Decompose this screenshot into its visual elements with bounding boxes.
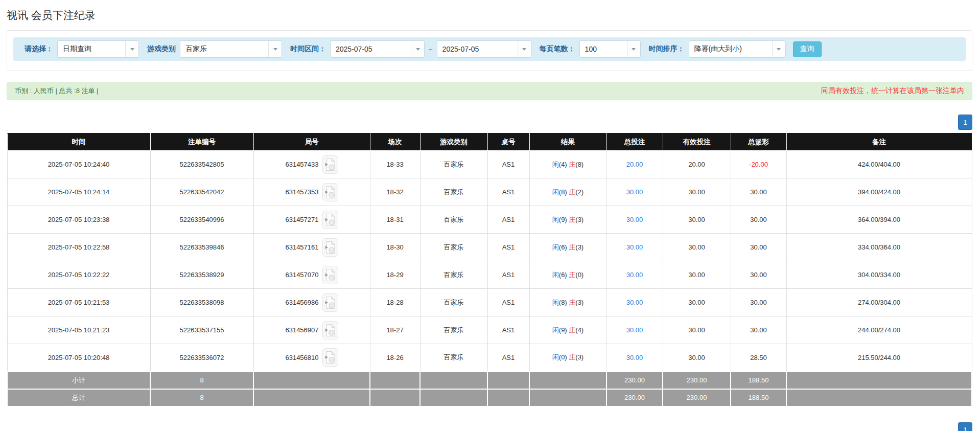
note-cell: 334.00/364.00	[786, 234, 972, 261]
table-row: 2025-07-05 10:24:40 522633542805 6314574…	[7, 151, 972, 178]
video-replay-button[interactable]	[322, 155, 338, 174]
video-replay-button[interactable]	[322, 348, 338, 367]
page-1-button[interactable]: 1	[958, 422, 972, 431]
video-replay-button[interactable]	[322, 293, 338, 312]
player-result-label: 闲	[552, 188, 559, 196]
page-1-button[interactable]: 1	[958, 115, 972, 130]
col-result: 结果	[529, 133, 606, 151]
table-row: 2025-07-05 10:20:48 522633536072 6314568…	[7, 344, 972, 372]
banker-result-value: (3)	[575, 216, 584, 223]
bet-id-cell: 522633539846	[150, 234, 253, 261]
note-cell: 304.00/334.00	[786, 261, 972, 289]
date-from-select[interactable]: 2025-07-05	[330, 40, 425, 58]
player-result-value: (0)	[559, 353, 567, 361]
game-type-cell: 百家乐	[420, 289, 487, 316]
currency-summary-text: 币别 : 人民币 | 总共 :8 注单 |	[15, 86, 99, 96]
total-bet-link[interactable]: 20.00	[626, 161, 643, 168]
total-bet-link[interactable]: 30.00	[626, 326, 643, 334]
time-cell: 2025-07-05 10:21:53	[7, 289, 150, 316]
page-size-select[interactable]: 100	[579, 40, 641, 58]
result-cell: 闲(8) 庄(3)	[529, 289, 606, 316]
round-id: 631456986	[285, 299, 318, 306]
game-type-cell: 百家乐	[420, 178, 487, 206]
video-replay-button[interactable]	[322, 211, 338, 229]
player-result-label: 闲	[552, 271, 559, 279]
valid-bet-cell: 30.00	[663, 344, 731, 372]
video-replay-button[interactable]	[322, 321, 338, 339]
table-no-cell: AS1	[487, 289, 529, 316]
chevron-down-icon[interactable]	[268, 41, 282, 57]
banker-result-value: (4)	[575, 326, 584, 334]
bet-id-cell: 522633540996	[150, 206, 253, 234]
banker-result-label: 庄	[569, 243, 575, 251]
time-cell: 2025-07-05 10:24:14	[7, 178, 150, 206]
total-bet-link[interactable]: 30.00	[626, 216, 643, 223]
session-cell: 18-33	[370, 151, 420, 178]
banker-result-label: 庄	[569, 326, 575, 334]
page-title: 视讯 会员下注纪录	[7, 8, 972, 22]
subtotal-count: 8	[150, 372, 253, 389]
table-no-cell: AS1	[487, 178, 529, 206]
total-bet-link[interactable]: 30.00	[626, 188, 643, 196]
total-total-bet: 230.00	[606, 389, 663, 406]
banker-result-label: 庄	[569, 216, 575, 223]
video-replay-button[interactable]	[322, 183, 338, 201]
sort-order-select[interactable]: 降幂(由大到小)	[689, 40, 786, 58]
table-footer: 小计 8 230.00 230.00 188.50 总计 8 230.00 23…	[7, 372, 972, 406]
player-result-value: (9)	[559, 326, 567, 334]
bet-id-cell: 522633538929	[150, 261, 253, 289]
video-replay-button[interactable]	[322, 238, 338, 257]
date-to-select[interactable]: 2025-07-05	[437, 40, 531, 58]
col-session: 场次	[370, 133, 420, 151]
total-bet-link[interactable]: 30.00	[626, 243, 643, 251]
result-cell: 闲(6) 庄(3)	[529, 234, 606, 261]
total-payout: 188.50	[731, 389, 786, 406]
table-no-cell: AS1	[487, 344, 529, 372]
total-bet-link[interactable]: 30.00	[626, 299, 643, 306]
total-valid-bet: 230.00	[663, 389, 731, 406]
video-replay-button[interactable]	[322, 266, 338, 284]
table-row: 2025-07-05 10:22:22 522633538929 6314570…	[7, 261, 972, 289]
result-cell: 闲(8) 庄(2)	[529, 178, 606, 206]
game-type-select[interactable]: 百家乐	[180, 40, 282, 58]
session-cell: 18-29	[370, 261, 420, 289]
game-type-value: 百家乐	[180, 41, 268, 57]
bet-id-cell: 522633537155	[150, 316, 253, 344]
chevron-down-icon[interactable]	[772, 41, 785, 57]
bet-id-cell: 522633542805	[150, 151, 253, 178]
video-record-icon	[324, 351, 336, 364]
page-size-label: 每页笔数：	[540, 44, 575, 54]
bet-records-table: 时间 注单编号 局号 场次 游戏类别 桌号 结果 总投注 有效投注 总派彩 备注…	[7, 133, 972, 407]
round-id: 631456810	[285, 354, 318, 361]
session-cell: 18-28	[370, 289, 420, 316]
banker-result-label: 庄	[569, 271, 575, 279]
total-bet-link[interactable]: 30.00	[626, 271, 643, 279]
video-record-icon	[324, 268, 336, 282]
time-cell: 2025-07-05 10:21:23	[7, 316, 150, 344]
round-id: 631457271	[285, 216, 318, 223]
chevron-down-icon[interactable]	[125, 41, 138, 57]
chevron-down-icon[interactable]	[411, 41, 424, 57]
result-cell: 闲(6) 庄(0)	[529, 261, 606, 289]
bet-id-cell: 522633538098	[150, 289, 253, 316]
valid-bet-cell: 20.00	[663, 151, 731, 178]
table-body: 2025-07-05 10:24:40 522633542805 6314574…	[7, 151, 972, 372]
player-result-value: (9)	[559, 216, 567, 223]
round-id: 631457161	[285, 243, 318, 251]
banker-result-value: (3)	[575, 353, 584, 361]
total-bet-link[interactable]: 30.00	[626, 354, 643, 361]
query-type-select[interactable]: 日期查询	[57, 40, 139, 58]
game-type-cell: 百家乐	[420, 344, 487, 372]
chevron-down-icon[interactable]	[627, 41, 640, 57]
result-cell: 闲(9) 庄(4)	[529, 316, 606, 344]
col-game-type: 游戏类别	[420, 133, 487, 151]
player-result-value: (8)	[559, 299, 567, 306]
player-result-label: 闲	[552, 326, 559, 334]
col-note: 备注	[786, 133, 972, 151]
chevron-down-icon[interactable]	[518, 41, 531, 57]
search-button[interactable]: 查询	[793, 41, 822, 57]
session-cell: 18-32	[370, 178, 420, 206]
note-cell: 424.00/404.00	[786, 151, 972, 178]
valid-bet-cell: 30.00	[663, 234, 731, 261]
session-cell: 18-27	[370, 316, 420, 344]
